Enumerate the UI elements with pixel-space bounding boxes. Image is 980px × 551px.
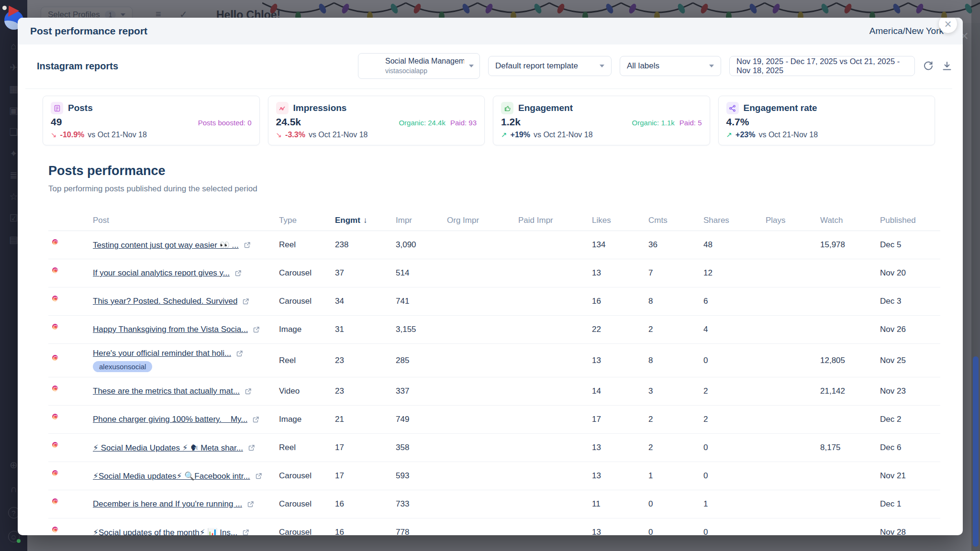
chevron-down-icon: [600, 65, 604, 67]
cell-published: Dec 2: [880, 415, 940, 424]
col-paid-impr[interactable]: Paid Impr: [518, 216, 592, 225]
refresh-icon[interactable]: [923, 61, 934, 71]
report-template-select[interactable]: Default report template: [488, 56, 612, 76]
table-row: This year? Posted. Scheduled. Survived C…: [48, 287, 940, 316]
external-link-icon[interactable]: [253, 326, 260, 333]
post-title-link[interactable]: This year? Posted. Scheduled. Survived: [93, 297, 237, 306]
cell-type: Carousel: [279, 471, 335, 481]
post-title-link[interactable]: December is here and If you're running .…: [93, 499, 242, 509]
cell-likes: 13: [592, 528, 648, 535]
cell-cmts: 7: [648, 268, 703, 278]
external-link-icon[interactable]: [252, 416, 259, 423]
cell-cmts: 1: [648, 471, 703, 481]
cell-engmt: 23: [335, 356, 396, 365]
delta-value: +23%: [735, 131, 755, 139]
user-avatar[interactable]: ☺: [8, 531, 20, 542]
cell-published: Nov 28: [880, 528, 940, 535]
post-title-link[interactable]: These are the metrics that actually mat.…: [93, 386, 240, 396]
col-type[interactable]: Type: [279, 216, 335, 225]
post-title-link[interactable]: Happy Thanksgiving from the Vista Socia.…: [93, 325, 248, 334]
cell-published: Nov 21: [880, 471, 940, 481]
post-performance-report-modal: × Post performance report America/New Yo…: [18, 18, 963, 535]
instagram-badge-icon: [51, 238, 59, 246]
cell-cmts: 0: [648, 499, 703, 509]
instagram-badge-icon: [51, 295, 59, 302]
post-title-link[interactable]: ⚡ Social Media Updates ⚡ 🗣 Meta shar...: [93, 443, 243, 453]
modal-header: Post performance report America/New York: [18, 18, 963, 44]
external-link-icon[interactable]: [242, 298, 249, 305]
table-row: ⚡Social Media updates⚡ 🔍Facebook intr...…: [48, 462, 940, 490]
col-cmts[interactable]: Cmts: [648, 216, 703, 225]
instagram-badge-icon: [51, 354, 59, 362]
metric-cards: Posts 49 Posts boosted: 0 ↘ -10.9% vs Oc…: [25, 89, 952, 145]
instagram-badge-icon: [51, 526, 59, 533]
table-row: If your social analytics report gives y.…: [48, 259, 940, 287]
cell-impr: 285: [396, 356, 447, 365]
cell-shares: 0: [703, 528, 766, 535]
col-likes[interactable]: Likes: [592, 216, 648, 225]
santa-hat-pom: [2, 6, 7, 10]
cell-published: Nov 25: [880, 356, 940, 365]
cell-engmt: 37: [335, 268, 396, 278]
labels-select[interactable]: All labels: [620, 56, 721, 76]
external-link-icon[interactable]: [236, 350, 243, 357]
cell-cmts: 36: [648, 240, 703, 250]
instagram-badge-icon: [51, 266, 59, 274]
download-icon[interactable]: [942, 61, 952, 71]
post-title-link[interactable]: Here's your official reminder that holi.…: [93, 349, 231, 358]
col-watch[interactable]: Watch: [820, 216, 880, 225]
post-title-link[interactable]: If your social analytics report gives y.…: [93, 268, 230, 278]
cell-shares: 2: [703, 415, 766, 424]
cell-shares: 0: [703, 471, 766, 481]
modal-title: Post performance report: [30, 25, 147, 37]
compare-period: vs Oct 21-Nov 18: [309, 131, 368, 139]
organic-impressions: Organic: 24.4k: [399, 119, 445, 127]
col-org-impr[interactable]: Org Impr: [447, 216, 518, 225]
table-row: ⚡ Social Media Updates ⚡ 🗣 Meta shar... …: [48, 434, 940, 462]
cell-shares: 0: [703, 356, 766, 365]
page-scrollbar-thumb[interactable]: [973, 356, 979, 547]
report-controls: Instagram reports Social Media Managemen…: [25, 53, 952, 89]
cell-watch: 15,978: [820, 240, 880, 250]
external-link-icon[interactable]: [244, 242, 251, 249]
impressions-metric-card: Impressions 24.5k Organic: 24.4k Paid: 9…: [268, 96, 485, 145]
col-impr[interactable]: Impr: [396, 216, 447, 225]
external-link-icon[interactable]: [247, 501, 254, 508]
cell-likes: 22: [592, 325, 648, 334]
col-shares[interactable]: Shares: [703, 216, 766, 225]
table-row: Here's your official reminder that holi.…: [48, 344, 940, 377]
profile-select[interactable]: Social Media Management Too vistasociala…: [358, 53, 480, 79]
page-scrollbar-track[interactable]: [971, 0, 980, 551]
compare-period: vs Oct 21-Nov 18: [88, 131, 147, 139]
col-plays[interactable]: Plays: [766, 216, 820, 225]
post-title-link[interactable]: ⚡Social Media updates⚡ 🔍Facebook intr...: [93, 471, 250, 481]
external-link-icon[interactable]: [234, 270, 242, 277]
external-link-icon[interactable]: [245, 388, 252, 395]
cell-watch: 21,142: [820, 386, 880, 396]
post-title-link[interactable]: Testing content just got way easier 👀 ..…: [93, 240, 239, 250]
external-link-icon[interactable]: [248, 444, 255, 452]
section-heading: Instagram reports: [37, 61, 118, 72]
cell-type: Carousel: [279, 297, 335, 306]
post-title-link[interactable]: Phone charger giving 100% battery. My...: [93, 415, 247, 424]
external-link-icon[interactable]: [242, 529, 249, 536]
col-post[interactable]: Post: [93, 216, 279, 225]
paid-impressions: Paid: 93: [450, 119, 477, 127]
cell-impr: 3,155: [396, 325, 447, 334]
chevron-down-icon: [709, 65, 714, 67]
external-link-icon[interactable]: [255, 473, 262, 480]
post-label-tag[interactable]: alexusonsocial: [93, 361, 152, 372]
table-header-row: Post Type Engmt↓ Impr Org Impr Paid Impr…: [48, 210, 940, 231]
post-title-link[interactable]: ⚡Social updates of the month⚡ 📊 Ins...: [93, 528, 237, 536]
col-engmt[interactable]: Engmt↓: [335, 216, 396, 225]
cell-impr: 778: [396, 528, 447, 535]
date-range-picker[interactable]: Nov 19, 2025 - Dec 17, 2025 vs Oct 21, 2…: [729, 56, 915, 76]
date-range-value: Nov 19, 2025 - Dec 17, 2025 vs Oct 21, 2…: [736, 57, 908, 75]
col-published[interactable]: Published: [880, 216, 940, 225]
cell-engmt: 16: [335, 528, 396, 535]
cell-watch: 8,175: [820, 443, 880, 452]
cell-engmt: 21: [335, 415, 396, 424]
instagram-badge-icon: [51, 469, 59, 477]
instagram-badge-icon: [51, 385, 59, 392]
cell-likes: 14: [592, 386, 648, 396]
